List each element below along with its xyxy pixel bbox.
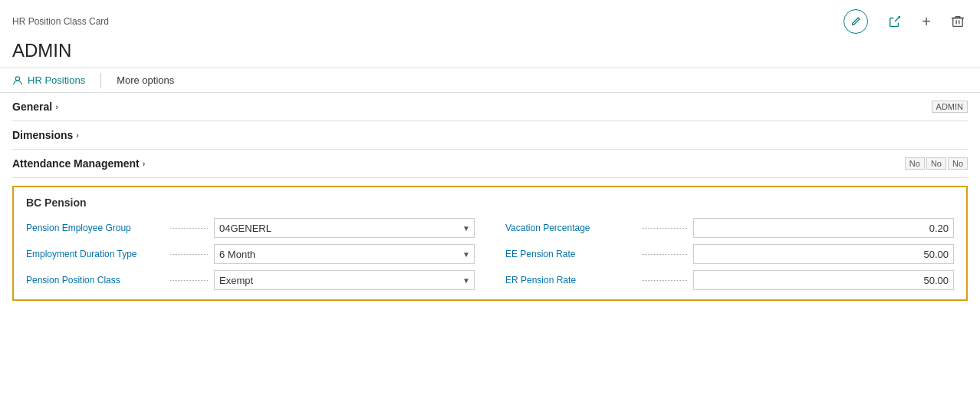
vacation-percentage-input[interactable]: [693, 218, 954, 238]
attendance-chevron-icon: ›: [143, 159, 146, 168]
employment-duration-type-select[interactable]: 6 Month: [214, 244, 475, 264]
attendance-section: Attendance Management › No No No: [12, 150, 968, 178]
dimensions-section-title[interactable]: Dimensions ›: [12, 129, 79, 141]
attendance-badge-2: No: [926, 157, 946, 170]
ee-pension-rate-input[interactable]: [693, 244, 954, 264]
vacation-percentage-label: Vacation Percentage: [505, 223, 636, 233]
general-badge: ADMIN: [932, 101, 968, 113]
field-dots-1: [170, 228, 208, 229]
pension-position-class-label: Pension Position Class: [26, 275, 164, 286]
field-dots-6: [642, 280, 687, 281]
general-section: General › ADMIN: [12, 93, 968, 121]
add-button[interactable]: +: [919, 10, 934, 34]
er-pension-rate-input[interactable]: [693, 270, 954, 290]
edit-icon: [844, 9, 868, 34]
nav-divider: [100, 73, 101, 88]
svg-point-1: [15, 76, 19, 80]
breadcrumb: HR Position Class Card: [12, 16, 109, 27]
delete-icon: [951, 15, 965, 28]
employment-duration-type-label: Employment Duration Type: [26, 249, 164, 259]
hr-positions-icon: [12, 75, 23, 86]
attendance-section-title[interactable]: Attendance Management ›: [12, 157, 145, 170]
er-pension-rate-label: ER Pension Rate: [505, 275, 636, 286]
general-label: General: [12, 101, 52, 113]
pension-position-class-row: Pension Position Class Exempt ▼: [26, 270, 475, 290]
field-dots-3: [170, 280, 208, 281]
page-title: ADMIN: [0, 40, 980, 68]
vacation-percentage-row: Vacation Percentage: [505, 218, 954, 238]
attendance-badges: No No No: [905, 157, 968, 170]
dimensions-label: Dimensions: [12, 129, 73, 141]
attendance-badge-3: No: [948, 157, 968, 170]
attendance-badge-1: No: [905, 157, 925, 170]
dimensions-chevron-icon: ›: [76, 130, 79, 140]
general-chevron-icon: ›: [55, 102, 58, 111]
share-icon: [888, 15, 902, 28]
employment-duration-type-select-wrapper: 6 Month ▼: [214, 244, 475, 264]
ee-pension-rate-row: EE Pension Rate: [505, 244, 954, 264]
field-dots-5: [642, 254, 687, 255]
add-icon: +: [922, 13, 931, 31]
pension-employee-group-label: Pension Employee Group: [26, 223, 164, 233]
pension-employee-group-select-wrapper: 04GENERL ▼: [214, 218, 475, 238]
er-pension-rate-row: ER Pension Rate: [505, 270, 954, 290]
pension-employee-group-row: Pension Employee Group 04GENERL ▼: [26, 218, 475, 238]
hr-positions-nav[interactable]: HR Positions: [12, 68, 94, 92]
field-dots-4: [642, 228, 687, 229]
edit-button[interactable]: [840, 6, 871, 37]
ee-pension-rate-label: EE Pension Rate: [505, 249, 636, 259]
employment-duration-type-row: Employment Duration Type 6 Month ▼: [26, 244, 475, 264]
bc-pension-section: BC Pension Pension Employee Group 04GENE…: [12, 186, 968, 301]
general-section-title[interactable]: General ›: [12, 101, 58, 113]
dimensions-section: Dimensions ›: [12, 121, 968, 150]
field-dots-2: [170, 254, 208, 255]
attendance-label: Attendance Management: [12, 157, 140, 170]
share-button[interactable]: [885, 12, 905, 31]
hr-positions-label: HR Positions: [28, 74, 85, 86]
pension-position-class-select-wrapper: Exempt ▼: [214, 270, 475, 290]
pension-position-class-select[interactable]: Exempt: [214, 270, 475, 290]
pension-employee-group-select[interactable]: 04GENERL: [214, 218, 475, 238]
more-options-label: More options: [117, 74, 174, 86]
bc-pension-title: BC Pension: [26, 196, 954, 209]
more-options-nav[interactable]: More options: [107, 68, 183, 92]
delete-button[interactable]: [948, 12, 968, 31]
svg-rect-0: [953, 18, 963, 27]
